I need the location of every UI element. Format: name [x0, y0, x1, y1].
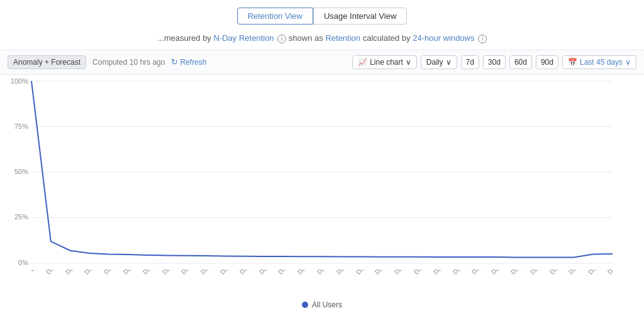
x-label: Day 10 — [219, 270, 238, 276]
usage-interval-view-button[interactable]: Usage Interval View — [313, 8, 407, 25]
x-label: Day 8 — [180, 270, 196, 276]
x-label: Day 7 — [161, 270, 177, 276]
x-label: Day 21 — [432, 270, 451, 276]
period-30d-button[interactable]: 30d — [483, 55, 506, 69]
chart-type-dropdown[interactable]: 📈 Line chart ∨ — [352, 55, 417, 69]
x-label: Day 4 — [103, 270, 119, 276]
shown-as-prefix: shown as — [289, 33, 326, 43]
x-label: Day 14 — [296, 270, 315, 276]
x-label: Day 22 — [452, 270, 470, 276]
x-label: Day 16 — [335, 270, 354, 276]
x-label: Day 23 — [470, 270, 489, 276]
x-label: Day 30 — [606, 270, 613, 276]
retention-chart: 100% 75% 50% 25% 0% — [31, 81, 613, 263]
calendar-icon: 📅 — [568, 58, 577, 67]
x-label: Day 0 — [31, 270, 42, 276]
date-range-label: Last 45 days — [580, 58, 623, 67]
x-label: Day 25 — [509, 270, 528, 276]
svg-text:25%: 25% — [14, 213, 28, 221]
legend-label: All Users — [312, 300, 342, 309]
line-chart-icon: 📈 — [358, 58, 367, 67]
x-label: Day 15 — [316, 270, 335, 276]
x-label: Day 13 — [277, 270, 296, 276]
date-range-button[interactable]: 📅 Last 45 days ∨ — [562, 55, 636, 69]
anomaly-forecast-badge: Anomaly + Forecast — [8, 55, 86, 69]
measured-by-bar: ...measured by N-Day Retention i shown a… — [0, 30, 644, 50]
chart-toolbar: Anomaly + Forecast Computed 10 hrs ago ↻… — [0, 50, 644, 75]
measured-by-prefix: ...measured by — [157, 33, 211, 43]
x-label: Day 12 — [258, 270, 277, 276]
x-label: Day 17 — [355, 270, 374, 276]
period-60d-button[interactable]: 60d — [509, 55, 532, 69]
retention-view-button[interactable]: Retention View — [237, 8, 313, 25]
calculated-by-prefix: calculated by — [363, 33, 413, 43]
toolbar-right: 📈 Line chart ∨ Daily ∨ 7d 30d 60d 90d 📅 … — [352, 55, 636, 69]
svg-text:0%: 0% — [18, 259, 28, 266]
x-label: Day 28 — [567, 270, 586, 276]
x-label: Day 26 — [529, 270, 548, 276]
x-label: Day 19 — [393, 270, 412, 276]
svg-text:75%: 75% — [14, 123, 28, 130]
svg-text:100%: 100% — [11, 77, 28, 85]
date-range-chevron: ∨ — [625, 58, 631, 67]
legend-dot — [302, 302, 308, 308]
x-label: Day 29 — [587, 270, 606, 276]
period-7d-button[interactable]: 7d — [461, 55, 479, 69]
frequency-label: Daily — [426, 58, 443, 67]
x-axis: Day 0Day 1Day 2Day 3Day 4Day 5Day 6Day 7… — [31, 270, 613, 298]
n-day-retention-link[interactable]: N-Day Retention — [214, 33, 274, 43]
windows-info-icon[interactable]: i — [478, 35, 487, 43]
frequency-chevron: ∨ — [446, 58, 452, 67]
frequency-dropdown[interactable]: Daily ∨ — [421, 55, 457, 69]
refresh-icon: ↻ — [171, 57, 178, 67]
x-label: Day 5 — [122, 270, 138, 276]
x-label: Day 6 — [142, 270, 158, 276]
view-toggle-bar: Retention View Usage Interval View — [0, 0, 644, 30]
refresh-button[interactable]: ↻ Refresh — [171, 57, 206, 67]
x-label: Day 2 — [64, 270, 80, 276]
x-label: Day 3 — [83, 270, 99, 276]
chart-area: 100% 75% 50% 25% 0% — [0, 75, 644, 301]
computed-text: Computed 10 hrs ago — [92, 58, 165, 67]
retention-info-icon[interactable]: i — [277, 35, 286, 43]
period-90d-button[interactable]: 90d — [536, 55, 558, 69]
x-label: Day 24 — [490, 270, 509, 276]
24-hour-windows-link[interactable]: 24-hour windows — [413, 33, 474, 43]
chart-type-label: Line chart — [370, 58, 403, 67]
x-label: Day 11 — [238, 270, 257, 276]
refresh-label: Refresh — [180, 58, 206, 67]
retention-link[interactable]: Retention — [325, 33, 360, 43]
x-label: Day 1 — [45, 270, 61, 276]
x-label: Day 20 — [413, 270, 431, 276]
x-label: Day 18 — [374, 270, 392, 276]
x-label: Day 27 — [548, 270, 567, 276]
chart-type-chevron: ∨ — [406, 58, 411, 67]
x-label: Day 9 — [199, 270, 216, 276]
svg-text:50%: 50% — [14, 168, 28, 175]
